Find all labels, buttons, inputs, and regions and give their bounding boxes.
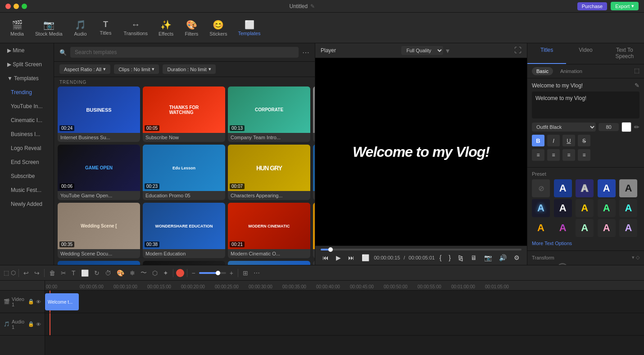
track-eye-icon[interactable]: 👁 bbox=[36, 299, 41, 305]
template-card-modern2[interactable]: 00:05 bbox=[313, 261, 315, 265]
sidebar-item-music-fest[interactable]: Music Fest... bbox=[2, 183, 52, 197]
template-card-love-story[interactable]: A PROMISE 00:11 Love Story 05 bbox=[313, 203, 315, 258]
text-preview[interactable]: Welcome to my Vlog! bbox=[532, 91, 639, 118]
subtab-animation[interactable]: Animation bbox=[556, 67, 587, 75]
toolbar-effects[interactable]: ✨ Effects bbox=[154, 18, 178, 38]
template-card-modern-edu[interactable]: WONDERSHARE EDUCATION 00:38 Modern Educa… bbox=[143, 203, 225, 258]
preset-a-7[interactable]: A bbox=[576, 199, 594, 217]
preset-a-8[interactable]: A bbox=[598, 199, 616, 217]
minimize-button[interactable] bbox=[14, 4, 19, 9]
freeze-button[interactable]: ❄ bbox=[128, 269, 137, 278]
toolbar-filters[interactable]: 🎨 Filters bbox=[180, 18, 203, 38]
strikethrough-button[interactable]: S̶ bbox=[578, 135, 590, 146]
delete-button[interactable]: 🗑 bbox=[47, 269, 57, 278]
sidebar-item-trending[interactable]: Trending bbox=[2, 86, 52, 99]
preset-a-14[interactable]: A bbox=[619, 219, 637, 237]
toolbar-transitions[interactable]: ↔ Transitions bbox=[119, 18, 152, 38]
mask-button[interactable]: ⬡ bbox=[150, 269, 159, 278]
track-audio-eye-icon[interactable]: 👁 bbox=[36, 322, 41, 327]
template-card-cinematic-travel[interactable]: TRAVEL 00:05 Cinematic Travel Sho... bbox=[313, 145, 315, 200]
crop-tl-button[interactable]: ⬜ bbox=[79, 269, 91, 278]
transform-header[interactable]: Transform ▾ ◇ bbox=[532, 255, 639, 260]
sidebar-item-subscribe[interactable]: Subscribe bbox=[2, 169, 52, 183]
color-button[interactable]: 🎨 bbox=[115, 269, 126, 278]
split-button[interactable]: ⧎ bbox=[456, 253, 465, 262]
play-button[interactable]: ▶ bbox=[334, 253, 343, 262]
align-left-button[interactable]: ≡ bbox=[532, 149, 544, 161]
preset-a-13[interactable]: A bbox=[598, 219, 616, 237]
sidebar-item-business[interactable]: Business I... bbox=[2, 127, 52, 141]
settings-button[interactable]: ⚙ bbox=[512, 253, 522, 262]
preset-a-9[interactable]: A bbox=[619, 199, 637, 217]
align-justify-button[interactable]: ≡ bbox=[578, 149, 590, 161]
bracket-open-button[interactable]: { bbox=[438, 253, 444, 262]
sidebar-item-templates-header[interactable]: ▼ Templates bbox=[2, 72, 52, 85]
template-card-youtube-game[interactable]: GAME OPEN 00:06 YouTube Game Open... bbox=[58, 145, 140, 200]
clips-filter[interactable]: Clips : No limit ▾ bbox=[114, 64, 159, 74]
video-clip[interactable]: Welcome t... bbox=[45, 293, 79, 310]
sidebar-item-mine[interactable]: ▶ Mine bbox=[2, 44, 52, 57]
sidebar-item-end-screen[interactable]: End Screen bbox=[2, 155, 52, 169]
bold-button[interactable]: B bbox=[532, 135, 544, 146]
preset-a-10[interactable]: A bbox=[532, 219, 550, 237]
sidebar-item-split-screen[interactable]: ▶ Split Screen bbox=[2, 58, 52, 71]
underline-button[interactable]: U bbox=[562, 135, 575, 146]
font-size-input[interactable] bbox=[599, 123, 619, 131]
toolbar-stock-media[interactable]: 📷 Stock Media bbox=[31, 18, 67, 38]
skip-forward-button[interactable]: ⏭ bbox=[346, 253, 356, 262]
italic-button[interactable]: I bbox=[547, 135, 560, 146]
preset-a-12[interactable]: A bbox=[576, 219, 594, 237]
edit-title-icon[interactable]: ✎ bbox=[635, 82, 639, 89]
toolbar-stickers[interactable]: 😊 Stickers bbox=[205, 18, 231, 38]
maximize-button[interactable] bbox=[22, 4, 27, 9]
preset-a-4[interactable]: A bbox=[619, 179, 637, 197]
search-input[interactable] bbox=[70, 47, 299, 58]
preset-none[interactable]: ⊘ bbox=[532, 179, 550, 197]
template-card-subscribe-now[interactable]: THANKS FORWATCHING 00:05 Subscribe Now bbox=[143, 86, 225, 142]
preset-a-11[interactable]: A bbox=[554, 219, 572, 237]
volume-button[interactable]: 🔊 bbox=[497, 253, 508, 262]
font-color-swatch[interactable] bbox=[621, 122, 631, 132]
purchase-button[interactable]: Purchase bbox=[577, 2, 607, 10]
rotate-tl-button[interactable]: ↻ bbox=[92, 269, 101, 278]
duration-filter[interactable]: Duration : No limit ▾ bbox=[163, 64, 215, 74]
template-card-modern-cinematic[interactable]: MODERN CINEMATIC 00:21 Modern Cinematic … bbox=[228, 203, 310, 258]
align-center-button[interactable]: ≡ bbox=[547, 149, 560, 161]
template-card-wedding[interactable]: Wedding Scene [ 00:35 Wedding Scene Docu… bbox=[58, 203, 140, 258]
close-button[interactable] bbox=[5, 4, 11, 9]
preset-a-1[interactable]: A bbox=[554, 179, 572, 197]
template-card-company-team[interactable]: CORPORATE 00:13 Company Team Intro... bbox=[228, 86, 310, 142]
cut-button[interactable]: ✂ bbox=[59, 269, 68, 278]
ai-button[interactable]: ✦ bbox=[161, 269, 170, 278]
zoom-out-button[interactable]: − bbox=[190, 269, 197, 278]
font-select[interactable]: Outfit Black bbox=[532, 123, 596, 132]
more-text-options[interactable]: More Text Options bbox=[532, 240, 639, 247]
layout-button[interactable]: ⊞ bbox=[241, 269, 250, 278]
color-picker-icon[interactable]: ✏ bbox=[634, 123, 639, 131]
template-card-internet-business[interactable]: BUSINESS 00:24 Internet Business Su... bbox=[58, 86, 140, 142]
sidebar-item-newly-added[interactable]: Newly Added bbox=[2, 197, 52, 211]
tab-video[interactable]: Video bbox=[566, 43, 605, 64]
align-right-button[interactable]: ≡ bbox=[562, 149, 575, 161]
preset-a-2[interactable]: A bbox=[576, 179, 594, 197]
track-lock-icon[interactable]: 🔒 bbox=[28, 299, 34, 305]
fullscreen-icon[interactable]: ⛶ bbox=[514, 46, 522, 55]
sidebar-item-youtube[interactable]: YouTube In... bbox=[2, 100, 52, 113]
template-card-dark2[interactable]: 00:24 bbox=[143, 261, 225, 265]
copy-style-icon[interactable]: ⬚ bbox=[634, 67, 639, 75]
tab-text-to-speech[interactable]: Text To Speech bbox=[605, 43, 644, 64]
track-audio-lock-icon[interactable]: 🔒 bbox=[28, 321, 34, 327]
toolbar-audio[interactable]: 🎵 Audio bbox=[69, 18, 92, 38]
monitor-button[interactable]: 🖥 bbox=[469, 253, 479, 262]
template-card-team[interactable]: Team bbox=[228, 261, 310, 265]
redo-button[interactable]: ↪ bbox=[32, 269, 41, 278]
more-tl-button[interactable]: ⋯ bbox=[252, 269, 262, 278]
camera-button[interactable]: 📷 bbox=[482, 253, 494, 262]
export-button[interactable]: Export ▾ bbox=[611, 2, 639, 10]
template-card-travel-vlog[interactable]: My Travel Vlog 00:15 My Travel Vlog... bbox=[58, 261, 140, 265]
more-options-icon[interactable]: ⋯ bbox=[302, 48, 309, 57]
preset-a-6[interactable]: A bbox=[554, 199, 572, 217]
sidebar-item-cinematic[interactable]: Cinematic I... bbox=[2, 114, 52, 127]
toolbar-titles[interactable]: T Titles bbox=[94, 18, 118, 37]
text-button[interactable]: T bbox=[70, 269, 77, 278]
